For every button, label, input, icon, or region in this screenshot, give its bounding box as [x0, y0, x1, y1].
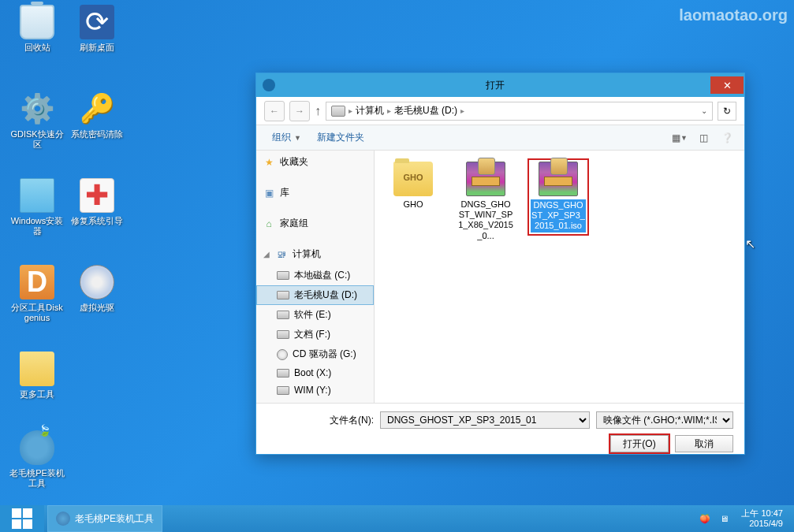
refresh-desktop[interactable]: ⟳ 刷新桌面	[69, 5, 125, 53]
sidebar-drive-d[interactable]: 老毛桃U盘 (D:)	[256, 285, 374, 305]
titlebar[interactable]: 打开 ✕	[256, 73, 744, 97]
window-icon	[20, 178, 54, 213]
filename-label: 文件名(N):	[330, 414, 374, 427]
pe-install-tool[interactable]: 老毛桃PE装机工具	[9, 430, 65, 489]
sidebar-drive-e[interactable]: 软件 (E:)	[256, 305, 374, 325]
peach-icon	[20, 430, 54, 465]
sidebar-computer[interactable]: ◢🖳计算机	[256, 243, 374, 266]
up-button[interactable]: ↑	[315, 104, 321, 118]
windows-installer[interactable]: Windows安装器	[9, 178, 65, 236]
path-computer[interactable]: 计算机	[356, 104, 384, 117]
drive-icon	[277, 330, 289, 339]
virtual-cd[interactable]: 虚拟光驱	[69, 265, 125, 313]
drive-icon	[277, 291, 289, 299]
tray-display-icon[interactable]: 🖥	[718, 512, 730, 525]
diskgenius-icon: D	[20, 265, 54, 299]
archive-icon	[539, 162, 578, 196]
taskbar: 老毛桃PE装机工具 🍑 🖥 上午 10:47 2015/4/9	[0, 505, 794, 532]
gdisk-partition[interactable]: ⚙️ GDISK快速分区	[9, 91, 65, 150]
nav-bar: ← → ↑ ▸ 计算机 ▸ 老毛桃U盘 (D:) ▸ ⌄ ↻	[256, 97, 744, 125]
sidebar-drive-c[interactable]: 本地磁盘 (C:)	[256, 266, 374, 285]
sidebar-drive-f[interactable]: 文档 (F:)	[256, 325, 374, 344]
dialog-body: ★收藏夹 ▣库 ⌂家庭组 ◢🖳计算机 本地磁盘 (C:) 老毛桃U盘 (D:) …	[256, 151, 744, 403]
medkit-icon: ✚	[80, 178, 114, 213]
more-tools[interactable]: 更多工具	[9, 352, 65, 400]
sidebar-favorites[interactable]: ★收藏夹	[256, 151, 374, 173]
recycle-bin[interactable]: 回收站	[9, 5, 65, 53]
close-button[interactable]: ✕	[710, 76, 744, 94]
address-bar[interactable]: ▸ 计算机 ▸ 老毛桃U盘 (D:) ▸ ⌄	[326, 102, 713, 121]
diskgenius[interactable]: D 分区工具Diskgenius	[9, 265, 65, 323]
preview-pane-button[interactable]: ◫	[694, 128, 713, 147]
sidebar-drive-x[interactable]: Boot (X:)	[256, 364, 374, 381]
sidebar-libraries[interactable]: ▣库	[256, 181, 374, 204]
recycle-icon	[20, 5, 54, 39]
file-win7-iso[interactable]: DNGS_GHOST_WIN7_SP1_X86_V2015_0...	[455, 158, 516, 244]
sidebar-homegroup[interactable]: ⌂家庭组	[256, 212, 374, 235]
drive-icon	[277, 386, 289, 395]
clock[interactable]: 上午 10:47 2015/4/9	[736, 508, 788, 529]
app-icon	[56, 512, 70, 526]
filename-input[interactable]: DNGS_GHOST_XP_SP3_2015_01	[380, 411, 590, 429]
back-button[interactable]: ←	[264, 101, 285, 121]
help-button[interactable]: ❔	[718, 128, 736, 147]
file-list[interactable]: GHO GHO DNGS_GHOST_WIN7_SP1_X86_V2015_0.…	[375, 151, 744, 403]
nav-sidebar: ★收藏夹 ▣库 ⌂家庭组 ◢🖳计算机 本地磁盘 (C:) 老毛桃U盘 (D:) …	[256, 151, 375, 403]
repair-boot[interactable]: ✚ 修复系统引导	[69, 178, 125, 226]
sys-password-clear[interactable]: 🔑 系统密码清除	[69, 91, 125, 140]
cd-drive-icon	[277, 349, 288, 360]
open-file-dialog: 打开 ✕ ← → ↑ ▸ 计算机 ▸ 老毛桃U盘 (D:) ▸ ⌄ ↻ 组织▼ …	[255, 73, 745, 455]
new-folder-button[interactable]: 新建文件夹	[309, 128, 372, 147]
refresh-icon: ⟳	[80, 5, 114, 39]
file-type-filter[interactable]: 映像文件 (*.GHO;*.WIM;*.ISO	[596, 411, 733, 429]
toolbar: 组织▼ 新建文件夹 ▦ ▼ ◫ ❔	[256, 125, 744, 151]
file-xp-iso[interactable]: DNGS_GHOST_XP_SP3_2015_01.iso	[527, 158, 589, 236]
path-drive[interactable]: 老毛桃U盘 (D:)	[394, 104, 457, 117]
drive-icon	[277, 369, 289, 378]
folder-icon: GHO	[393, 162, 433, 196]
dialog-title: 打开	[280, 79, 710, 92]
refresh-button[interactable]: ↻	[718, 102, 736, 121]
sidebar-drive-g[interactable]: CD 驱动器 (G:)	[256, 344, 374, 364]
cd-icon	[80, 265, 114, 299]
start-button[interactable]	[0, 505, 44, 532]
cancel-button[interactable]: 取消	[675, 435, 733, 452]
archive-icon	[466, 162, 505, 196]
folder-icon	[20, 352, 54, 386]
dialog-footer: 文件名(N): DNGS_GHOST_XP_SP3_2015_01 映像文件 (…	[256, 403, 744, 467]
key-icon: 🔑	[80, 91, 114, 126]
app-icon	[263, 79, 275, 91]
drive-icon	[277, 271, 289, 280]
system-tray: 🍑 🖥 上午 10:47 2015/4/9	[692, 505, 794, 532]
start-icon	[12, 508, 32, 529]
taskbar-app-button[interactable]: 老毛桃PE装机工具	[47, 505, 162, 532]
organize-button[interactable]: 组织▼	[264, 128, 309, 147]
open-button[interactable]: 打开(O)	[610, 435, 669, 452]
drive-icon	[277, 311, 289, 319]
file-gho-folder[interactable]: GHO GHO	[382, 158, 444, 213]
view-mode-button[interactable]: ▦ ▼	[670, 128, 689, 147]
sidebar-drive-y[interactable]: WIM (Y:)	[256, 381, 374, 399]
path-dropdown[interactable]: ⌄	[701, 106, 707, 115]
gear-icon: ⚙️	[20, 91, 54, 126]
forward-button[interactable]: →	[289, 101, 310, 121]
tray-peach-icon[interactable]: 🍑	[699, 512, 711, 525]
drive-icon	[331, 106, 345, 117]
